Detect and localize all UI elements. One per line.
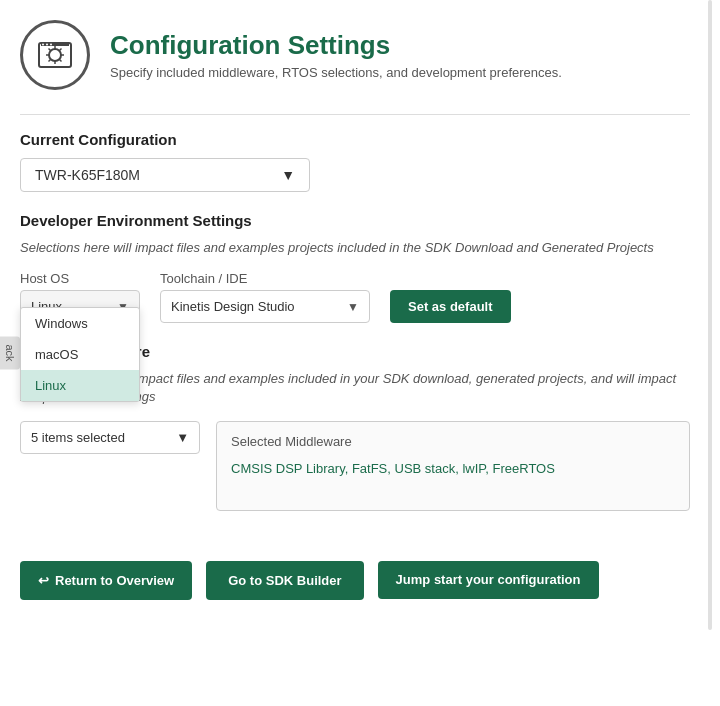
page-header: Configuration Settings Specify included … [20,20,690,90]
selected-middleware-box: Selected Middleware CMSIS DSP Library, F… [216,421,690,511]
toolchain-value: Kinetis Design Studio [171,299,295,314]
return-arrow-icon: ↩ [38,573,49,588]
svg-point-3 [42,44,44,46]
items-selected-dropdown[interactable]: 5 items selected ▼ [20,421,200,454]
current-config-label: Current Configuration [20,131,690,148]
svg-rect-2 [41,43,69,46]
selected-middleware-items: CMSIS DSP Library, FatFS, USB stack, lwI… [231,459,675,480]
left-tab: ack [0,336,20,369]
go-sdk-button[interactable]: Go to SDK Builder [206,561,363,600]
host-os-option-macos[interactable]: macOS [21,339,139,370]
svg-point-5 [50,44,52,46]
bottom-buttons: ↩ Return to Overview Go to SDK Builder J… [20,561,690,600]
set-default-button[interactable]: Set as default [390,290,511,323]
toolchain-arrow-icon: ▼ [347,300,359,314]
page-title: Configuration Settings [110,30,562,61]
host-os-label: Host OS [20,271,140,286]
host-os-field: Host OS Linux ▼ Windows macOS Linux [20,271,140,323]
toolchain-label: Toolchain / IDE [160,271,370,286]
return-overview-label: Return to Overview [55,573,174,588]
dev-env-row: Host OS Linux ▼ Windows macOS Linux Tool… [20,271,690,323]
svg-point-4 [46,44,48,46]
host-os-menu: Windows macOS Linux [20,307,140,402]
dev-env-subtitle: Selections here will impact files and ex… [20,239,690,257]
header-text-block: Configuration Settings Specify included … [110,30,562,80]
dev-env-title: Developer Environment Settings [20,212,690,229]
dev-env-section: Developer Environment Settings Selection… [20,212,690,323]
chevron-down-icon: ▼ [281,167,295,183]
toolchain-field: Toolchain / IDE Kinetis Design Studio ▼ [160,271,370,323]
toolchain-dropdown[interactable]: Kinetis Design Studio ▼ [160,290,370,323]
items-selected-arrow-icon: ▼ [176,430,189,445]
current-config-section: Current Configuration TWR-K65F180M ▼ [20,131,690,192]
middleware-row: 5 items selected ▼ Selected Middleware C… [20,421,690,511]
items-selected-value: 5 items selected [31,430,125,445]
host-os-option-windows[interactable]: Windows [21,308,139,339]
return-overview-button[interactable]: ↩ Return to Overview [20,561,192,600]
svg-point-1 [49,49,61,61]
jump-start-button[interactable]: Jump start your configuration [378,561,599,599]
host-os-option-linux[interactable]: Linux [21,370,139,401]
header-divider [20,114,690,115]
current-config-dropdown[interactable]: TWR-K65F180M ▼ [20,158,310,192]
jump-start-label: Jump start your configuration [396,572,581,587]
config-icon [20,20,90,90]
selected-middleware-title: Selected Middleware [231,434,675,449]
page-subtitle: Specify included middleware, RTOS select… [110,65,562,80]
current-config-value: TWR-K65F180M [35,167,140,183]
